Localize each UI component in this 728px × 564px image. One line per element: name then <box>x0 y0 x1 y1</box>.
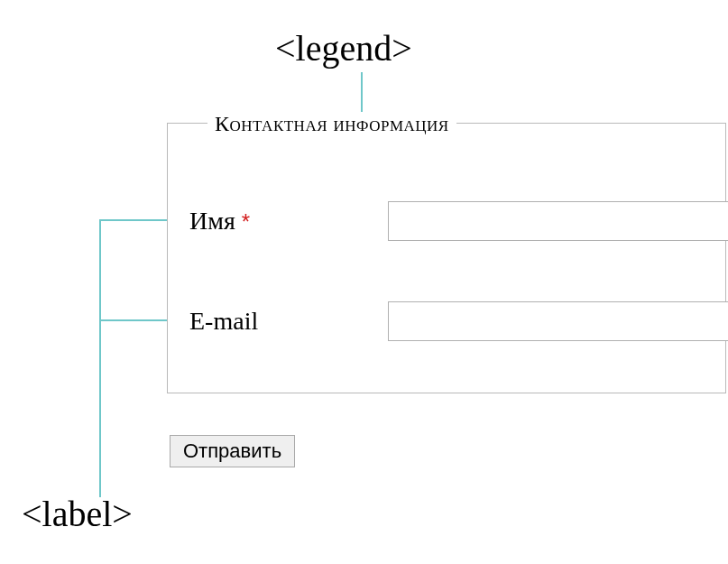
fieldset-legend: Контактная информация <box>207 112 456 136</box>
row-name: Имя * <box>189 200 728 242</box>
required-marker: * <box>242 209 250 234</box>
contact-fieldset <box>167 123 726 393</box>
pointer-line <box>361 72 363 117</box>
email-label: E-mail <box>189 307 388 336</box>
callout-legend-tag: <legend> <box>275 27 412 69</box>
submit-button[interactable]: Отправить <box>170 435 295 467</box>
pointer-line <box>99 219 101 497</box>
email-input[interactable] <box>388 301 728 341</box>
name-input[interactable] <box>388 201 728 241</box>
callout-label-tag: <label> <box>22 493 133 535</box>
name-label: Имя * <box>189 207 388 236</box>
row-email: E-mail <box>189 300 728 342</box>
name-label-text: Имя <box>189 207 235 235</box>
